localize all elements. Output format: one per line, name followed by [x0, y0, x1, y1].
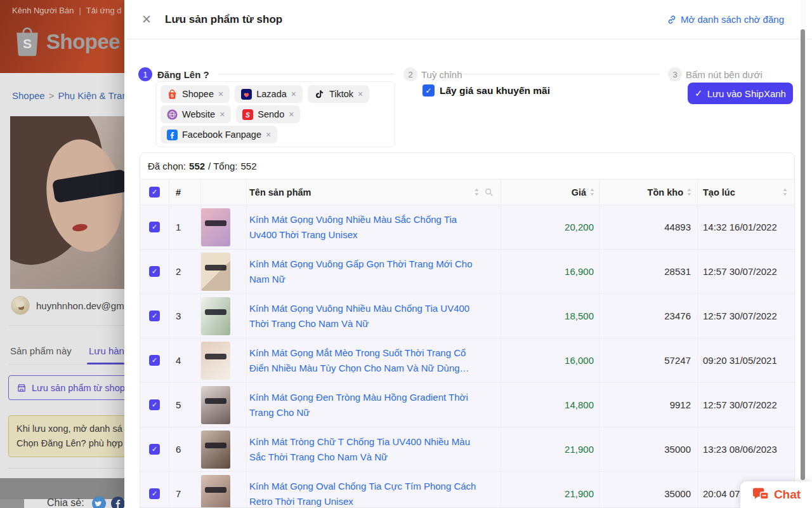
- sort-icon[interactable]: [589, 188, 595, 196]
- row-checkbox[interactable]: [149, 444, 160, 455]
- table-row: 4 Kính Mát Gọng Mắt Mèo Trong Suốt Thời …: [140, 338, 794, 383]
- search-icon[interactable]: [485, 188, 493, 196]
- platform-tag-shopee[interactable]: S Shopee ×: [160, 85, 230, 103]
- save-to-shipxanh-button[interactable]: ✓ Lưu vào ShipXanh: [688, 83, 793, 104]
- remove-tag-icon[interactable]: ×: [291, 89, 296, 99]
- row-stock: 28531: [599, 250, 697, 293]
- header-image: [200, 180, 246, 204]
- header-name: Tên sản phẩm: [246, 180, 501, 204]
- remove-tag-icon[interactable]: ×: [289, 109, 294, 119]
- remove-tag-icon[interactable]: ×: [218, 89, 223, 99]
- row-image-cell: [200, 427, 246, 471]
- table-body: 1 Kính Mát Gọng Vuông Nhiều Màu Sắc Chốn…: [140, 205, 794, 508]
- product-thumb[interactable]: [201, 386, 230, 424]
- row-name-cell: Kính Mát Tròng Chữ T Chống Tia UV400 Nhi…: [246, 427, 501, 471]
- row-created: 13:23 08/06/2023: [697, 427, 794, 471]
- product-thumb[interactable]: [201, 253, 230, 291]
- open-pending-list-link[interactable]: Mở danh sách chờ đăng: [667, 14, 784, 25]
- row-price: 16,000: [501, 338, 599, 382]
- product-thumb[interactable]: [201, 297, 230, 335]
- product-link[interactable]: Kính Mát Gọng Vuông Gấp Gọn Thời Trang M…: [249, 257, 484, 286]
- row-price: 21,900: [501, 427, 599, 471]
- sort-icon[interactable]: [686, 188, 692, 196]
- header-stock-label: Tồn kho: [648, 187, 683, 197]
- row-checkbox[interactable]: [149, 355, 160, 366]
- platform-tag-facebook[interactable]: Facebook Fanpage ×: [160, 126, 277, 144]
- sort-icon[interactable]: [474, 188, 480, 196]
- modal-header: ✕ Lưu sản phẩm từ shop Mở danh sách chờ …: [124, 0, 812, 39]
- product-thumb[interactable]: [201, 208, 230, 246]
- facebook-icon: [167, 130, 178, 140]
- row-price: 20,200: [501, 205, 599, 249]
- row-checkbox-cell: [140, 383, 169, 427]
- row-price: 18,500: [501, 294, 599, 338]
- promo-price-label: Lấy giá sau khuyến mãi: [440, 85, 550, 97]
- tiktok-icon: [314, 89, 325, 100]
- scrollbar-thumb[interactable]: [801, 29, 805, 480]
- row-checkbox[interactable]: [149, 399, 160, 410]
- sort-icon[interactable]: [782, 188, 788, 196]
- row-checkbox[interactable]: [149, 311, 160, 321]
- remove-tag-icon[interactable]: ×: [358, 89, 363, 99]
- remove-tag-icon[interactable]: ×: [266, 130, 271, 140]
- product-thumb[interactable]: [201, 431, 230, 469]
- platform-tag-tiktok[interactable]: Tiktok ×: [308, 85, 369, 103]
- header-created: Tạo lúc: [697, 180, 794, 204]
- select-all-checkbox[interactable]: [149, 187, 160, 197]
- row-checkbox[interactable]: [149, 222, 160, 232]
- row-checkbox[interactable]: [149, 488, 160, 499]
- promo-price-checkbox[interactable]: [422, 84, 435, 97]
- save-products-modal: ✕ Lưu sản phẩm từ shop Mở danh sách chờ …: [124, 0, 812, 508]
- row-name-cell: Kính Mát Gọng Mắt Mèo Trong Suốt Thời Tr…: [246, 338, 501, 382]
- platform-tag-website[interactable]: Website ×: [160, 105, 231, 123]
- link-icon: [667, 15, 677, 25]
- chat-widget[interactable]: Chat: [740, 481, 812, 508]
- selection-summary: Đã chọn: 552 / Tổng: 552: [140, 153, 794, 180]
- row-price: 14,800: [501, 383, 599, 427]
- table-row: 1 Kính Mát Gọng Vuông Nhiều Màu Sắc Chốn…: [140, 205, 794, 250]
- close-icon[interactable]: ✕: [141, 13, 152, 27]
- row-stock: 35000: [599, 472, 697, 508]
- svg-text:S: S: [171, 93, 174, 98]
- product-thumb[interactable]: [201, 475, 230, 508]
- step1-label: Đăng Lên ?: [157, 69, 209, 80]
- product-link[interactable]: Kính Mát Gọng Đen Tròng Màu Hồng Gradien…: [249, 390, 484, 420]
- product-link[interactable]: Kính Mát Gọng Vuông Nhiều Màu Chống Tia …: [249, 301, 484, 331]
- remove-tag-icon[interactable]: ×: [219, 109, 225, 119]
- platform-tag-label: Lazada: [256, 89, 287, 99]
- table-row: 2 Kính Mát Gọng Vuông Gấp Gọn Thời Trang…: [140, 250, 794, 294]
- platform-tag-label: Facebook Fanpage: [182, 130, 261, 140]
- row-index: 6: [169, 427, 200, 471]
- row-created: 12:57 30/07/2022: [697, 250, 794, 293]
- step1-circle: 1: [138, 67, 152, 81]
- platform-tag-lazada[interactable]: Lazada ×: [235, 85, 303, 103]
- platform-tag-label: Website: [182, 109, 215, 119]
- product-thumb[interactable]: [201, 342, 230, 380]
- screen: Kênh Người Bán|Tải ứng d S Shopee Shopee…: [0, 0, 812, 508]
- product-link[interactable]: Kính Mát Gọng Vuông Nhiều Màu Sắc Chống …: [249, 212, 484, 242]
- sendo-icon: S: [242, 109, 253, 120]
- row-stock: 23476: [599, 294, 697, 338]
- row-stock: 9912: [599, 383, 697, 427]
- platform-tag-sendo[interactable]: S Sendo ×: [236, 105, 300, 123]
- row-image-cell: [200, 472, 246, 508]
- chat-icon: [752, 487, 769, 502]
- product-link[interactable]: Kính Mát Gọng Mắt Mèo Trong Suốt Thời Tr…: [249, 345, 484, 375]
- row-index: 3: [169, 294, 200, 338]
- check-icon: ✓: [695, 88, 703, 99]
- table-row: 3 Kính Mát Gọng Vuông Nhiều Màu Chống Ti…: [140, 294, 794, 338]
- row-checkbox-cell: [140, 472, 169, 508]
- backdrop-page: Kênh Người Bán|Tải ứng d S Shopee Shopee…: [0, 0, 124, 508]
- row-checkbox-cell: [140, 250, 169, 293]
- header-created-label: Tạo lúc: [703, 187, 735, 197]
- table-row: 5 Kính Mát Gọng Đen Tròng Màu Hồng Gradi…: [140, 383, 794, 427]
- step1-connector-line: [218, 74, 395, 74]
- row-image-cell: [200, 338, 246, 382]
- row-checkbox[interactable]: [149, 266, 160, 277]
- platform-tag-label: Sendo: [258, 109, 284, 119]
- save-to-shipxanh-label: Lưu vào ShipXanh: [707, 88, 786, 99]
- row-created: 12:57 30/07/2022: [697, 294, 794, 338]
- header-stock: Tồn kho: [599, 180, 697, 204]
- product-link[interactable]: Kính Mát Tròng Chữ T Chống Tia UV400 Nhi…: [249, 434, 484, 464]
- product-link[interactable]: Kính Mát Gọng Oval Chống Tia Cực Tím Pho…: [249, 479, 484, 508]
